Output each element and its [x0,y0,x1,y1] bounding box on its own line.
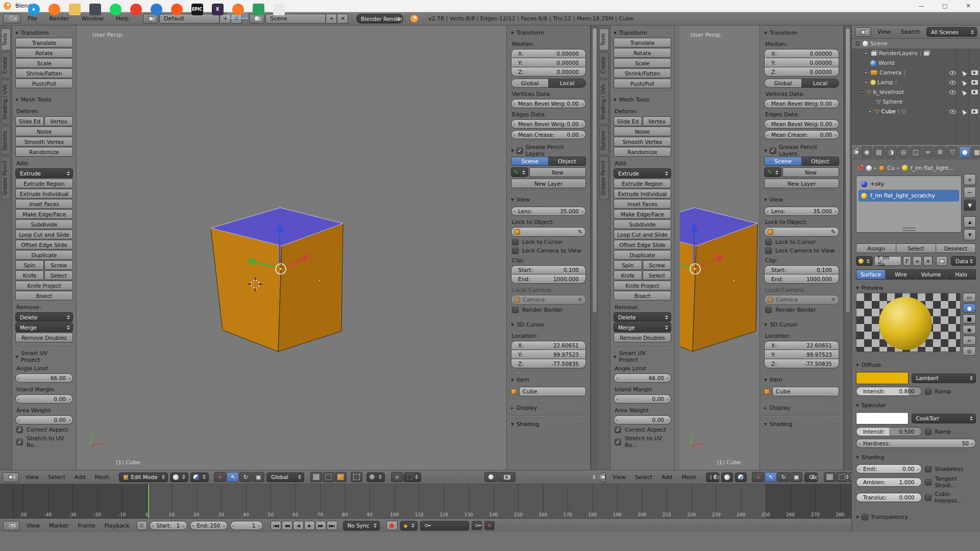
edge-bevel-weight[interactable]: 0.00 [820,121,832,127]
grease-pencil-checkbox[interactable] [517,147,523,154]
toolshelf-button[interactable]: Knife [15,270,44,280]
panel-item[interactable]: Item [764,374,839,385]
tab-constraints-icon[interactable]: ∞ [922,146,934,158]
toolshelf-button[interactable]: Loop Cut and Slide [614,230,671,239]
playback-button[interactable]: ▶▶| [327,521,337,530]
lock-to-cursor-checkbox[interactable] [512,239,519,245]
translucency-value[interactable]: 0.000 [899,494,914,500]
render-opengl-anim-icon[interactable] [498,472,516,482]
toolshelf-button[interactable]: Loop Cut and Slide [15,230,73,239]
panel-3d-cursor[interactable]: 3D Cursor [764,319,839,330]
extrude-menu[interactable]: Extrude [614,168,671,178]
layer-cube-2-icon[interactable] [323,472,334,482]
app-epic[interactable]: EPIC [187,0,207,19]
toolshelf-button[interactable]: Screw [44,260,73,270]
toolshelf-button[interactable]: Randomize [15,147,73,157]
panel-item[interactable]: Item [511,374,586,385]
eyedropper-icon[interactable]: ✎ [578,229,582,235]
lock-layers-icon[interactable] [351,472,362,482]
clip-end[interactable]: 1000.000 [806,276,832,282]
edge-bevel-weight[interactable]: 0.00 [567,121,579,127]
record-button[interactable] [386,521,398,530]
view3d-menu-item[interactable]: View [21,474,43,481]
panel-view[interactable]: View [511,194,586,205]
tab-material-icon[interactable]: ● [959,146,970,158]
tab-tools[interactable]: Tools [1,29,11,51]
render-border-checkbox[interactable] [765,307,772,313]
preview-cube-icon[interactable]: ■ [963,314,976,323]
layer-cube-3-icon[interactable] [335,472,347,482]
outliner-row-lamp[interactable]: +Lamp| [852,78,980,87]
minimize-button[interactable]: — [910,0,933,12]
checkbox[interactable] [615,427,621,433]
add-scene-button[interactable]: + [327,14,337,23]
playback-button[interactable]: ◀◀ [282,521,292,530]
clip-start[interactable]: 0.100 [564,267,579,273]
cube-object[interactable] [199,199,352,362]
toolshelf-button[interactable]: Knife [614,270,642,280]
outliner-row-scene[interactable]: −Scene [852,39,980,48]
view3d-menu-item[interactable]: Select [630,474,657,481]
timeline-menu-item[interactable]: Marker [44,522,73,529]
properties-editor-selector[interactable] [854,147,860,157]
playback-button[interactable]: |◀◀ [271,521,281,530]
outliner-row-camera[interactable]: +Camera| [852,68,980,78]
toolshelf-button[interactable]: Shrink/Fatten [614,68,671,78]
grease-pencil-checkbox[interactable] [770,147,776,154]
uv-field-value[interactable]: 66.00 [51,375,66,381]
lock-camera-checkbox[interactable] [765,247,772,254]
checkbox[interactable] [16,439,23,445]
gp-scene-tab[interactable]: Scene [511,157,549,166]
ambient-value[interactable]: 1.000 [899,479,914,485]
manipulator-translate-icon[interactable]: ↖ [227,472,239,482]
current-frame-playhead[interactable] [148,484,149,518]
material-slot-sky[interactable]: +sky [859,178,959,190]
app-blender[interactable] [228,0,248,19]
median-x[interactable]: 0.00000 [810,51,832,57]
local-toggle[interactable]: Local [549,79,586,88]
toolshelf-button[interactable]: Knife Project [15,281,73,290]
panel-grease-pencil[interactable]: Grease Pencil Layers [764,145,839,156]
toolshelf-button[interactable]: Rotate [15,48,73,58]
app-x[interactable]: X [207,0,228,19]
diffuse-intensity[interactable]: 0.800 [899,388,914,394]
panel-display[interactable]: Display [764,403,839,413]
tab-grease-pencil[interactable]: Grease Pencil [1,156,11,200]
app-opera[interactable] [126,0,146,19]
tab-scene-icon[interactable]: ◑ [886,146,897,158]
panel-grease-pencil[interactable]: Grease Pencil Layers [511,145,586,156]
material-mode-button[interactable]: Halo [946,269,976,280]
material-name-field[interactable]: f_im fla [874,256,901,266]
view3d-menu-item[interactable]: Select [43,474,70,481]
toolshelf-button[interactable]: Select [643,270,671,280]
clear-camera-icon[interactable]: ✕ [831,296,836,303]
tab-renderlayers-icon[interactable]: ▤ [873,146,885,158]
toolshelf-button[interactable]: Scale [15,58,73,68]
outliner-filter-select[interactable]: All Scenes [926,27,977,37]
gp-object-tab[interactable]: Object [549,157,586,166]
specular-color-swatch[interactable] [856,412,909,424]
toolshelf-button[interactable]: Screw [643,260,671,270]
toolshelf-button[interactable]: Bisect [614,291,671,300]
material-mode-button[interactable]: Surface [856,269,886,280]
deselect-button[interactable]: Deselect [936,243,976,253]
panel-display[interactable]: Display [511,403,586,413]
mean-crease[interactable]: 0.00 [567,132,579,138]
panel-transform[interactable]: Transform [15,28,73,38]
manipulator-axes-icon[interactable]: + [214,472,226,482]
render-engine-select[interactable]: Blender Render [356,14,403,23]
toolshelf-button[interactable]: Bisect [15,291,73,300]
cursor-x[interactable]: 22.60651 [806,342,832,348]
editor-type-selector[interactable]: ⓘ [3,14,20,23]
toolshelf-button[interactable]: Vertex [44,116,73,126]
toolshelf-button[interactable]: Randomize [614,147,671,157]
median-z[interactable]: 0.00000 [810,69,832,75]
toolshelf-button[interactable]: Duplicate [614,250,671,260]
specular-intensity[interactable]: 0.500 [899,429,914,435]
move-slot-up-button[interactable]: ▲ [964,216,976,228]
gp-draw-mode[interactable]: ✎ [511,167,528,177]
median-x[interactable]: 0.00000 [557,51,579,57]
mean-crease[interactable]: 0.00 [820,132,832,138]
scrollbar[interactable] [844,26,851,470]
toolshelf-button[interactable]: Rotate [614,48,671,58]
